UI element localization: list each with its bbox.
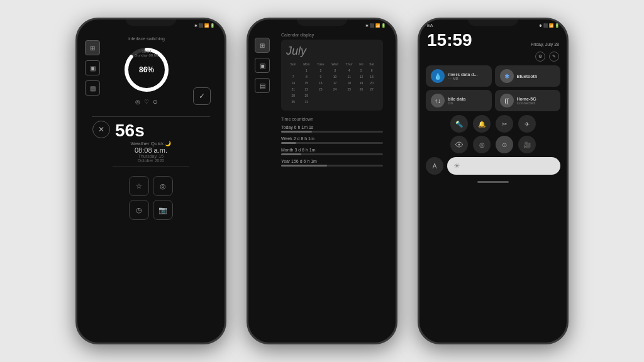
phone2-icon-layout[interactable]: ▣	[255, 58, 270, 73]
phone3-airplane-btn[interactable]: ✈	[518, 115, 536, 133]
p2-cell	[367, 93, 377, 98]
p2-col-mon: Mon	[300, 62, 313, 67]
phone-3: EA ✱ ⬛ 📶 🔋 15:59 Friday, July 28 ⚙ ✎ 💧 r…	[418, 18, 569, 344]
phone1-bottom: ✕ 56s Weather Quick 🌙 08:08 a.m. Thursda…	[77, 121, 225, 228]
phone3-data-btn[interactable]: ↑↓ bile data On	[426, 90, 492, 111]
signal-icon: ⬛	[199, 23, 203, 28]
phone2-top: ⊞ ▣ ▤ Calendar display July Sun Mon Tues	[248, 29, 396, 178]
phone1-icon-page[interactable]: ▤	[85, 80, 100, 96]
phone2-icon-col: ⊞ ▣ ▤	[255, 38, 270, 174]
phone2-countdown-month: Month 3 d 6 h 1m	[281, 148, 383, 155]
p2-cell: 12	[357, 74, 366, 79]
phone1-check-btn[interactable]: ✓	[193, 87, 211, 105]
p2-cell selected: 27	[367, 87, 377, 92]
p2-cell	[357, 99, 366, 104]
phone1-status-icons: ✱ ⬛ 📶 🔋	[194, 23, 214, 28]
phone3-video-btn[interactable]: 🎥	[518, 136, 536, 153]
phone1-btn-grid: ☆ ◎ ◷ 📷	[129, 176, 173, 220]
p2-cell: 15	[300, 80, 313, 85]
p2-cell: 13	[367, 74, 377, 79]
p2-cell: 21	[287, 87, 299, 92]
phone1-top: ⊞ ▣ ▤ interface switching 18:14Sunday 08…	[77, 29, 225, 112]
p2-cal-row2: 7 8 9 10 11 12 13	[287, 74, 377, 79]
phone2-countdown-today: Today 6 h 1m 1s	[281, 125, 383, 133]
p2-cell	[367, 99, 377, 104]
phone2-countdown-year: Year 156 d 6 h 1m	[281, 159, 383, 167]
p2-cell: 23	[314, 87, 327, 92]
phone-1: ✱ ⬛ 📶 🔋 ⊞ ▣ ▤ interface switching 18:14S…	[75, 18, 226, 344]
p3-signal-icon: ⬛	[543, 23, 548, 28]
phone3-status-icons: ✱ ⬛ 📶 🔋	[539, 23, 559, 28]
phone1-btn-target[interactable]: ◎	[153, 176, 173, 196]
p2-week-label: Week 2 d 8 h 1m	[281, 136, 383, 141]
phone3-water-btn[interactable]: 💧 rivers data d... — MB	[426, 65, 492, 87]
wifi-icon: 📶	[204, 23, 209, 28]
p2-cell: 10	[329, 74, 341, 79]
phone2-cal-table: Sun Mon Tues Wed Thur Fri Sat	[286, 60, 378, 106]
p2-bt-icon: ✱	[365, 23, 369, 28]
p2-wifi-icon: 📶	[375, 23, 380, 28]
p3-battery-icon: 🔋	[555, 23, 559, 28]
phone1-mini-icon2: ♡	[144, 99, 149, 105]
phone3-bottom: A ☀	[419, 153, 567, 178]
p2-week-bar-fill	[281, 142, 296, 144]
p2-cell	[329, 93, 341, 98]
phone1-icon-layout[interactable]: ▣	[85, 60, 100, 75]
phone1-btn-clock[interactable]: ◷	[129, 200, 149, 220]
phone3-torch-btn[interactable]: 🔦	[450, 115, 468, 133]
p2-cell today: 28	[287, 93, 299, 98]
phone3-data-title: bile data	[448, 97, 465, 101]
phone3-brightness-bar[interactable]: ☀	[447, 157, 560, 175]
phone2-icon-grid[interactable]: ⊞	[255, 38, 270, 53]
phone3-bell-btn[interactable]: 🔔	[473, 115, 491, 133]
p2-cell: 1	[300, 68, 313, 73]
phone3-data-icon: ↑↓	[431, 94, 445, 107]
p2-month-label: Month 3 d 6 h 1m	[281, 148, 383, 152]
phone1-btn-star[interactable]: ☆	[129, 176, 149, 196]
p2-col-tue: Tues	[314, 62, 327, 67]
phone2-cal-label: Calendar display	[281, 33, 383, 37]
phone1-mini-icon1: ◎	[135, 99, 140, 105]
phone3-a-btn[interactable]: A	[426, 157, 443, 175]
p2-cell: 17	[329, 80, 341, 85]
p2-today-label: Today 6 h 1m 1s	[281, 125, 383, 129]
p2-col-sat: Sat	[367, 62, 377, 67]
p2-cell: 25	[343, 87, 356, 92]
p2-cell: 8	[300, 74, 313, 79]
phone2-icon-page[interactable]: ▤	[255, 78, 270, 93]
phone3-bt-title: Bluetooth	[517, 74, 538, 79]
p2-cell: 14	[287, 80, 299, 85]
p2-cell	[314, 93, 327, 98]
phone3-bt-btn[interactable]: ✱ Bluetooth	[495, 65, 561, 87]
phone3-water-text: rivers data d... — MB	[448, 72, 477, 80]
phone3-scissors-btn[interactable]: ✂	[496, 115, 513, 133]
p2-cell: 2	[314, 68, 327, 73]
phone3-date: Friday, July 28	[531, 42, 559, 47]
phone3-data-text: bile data On	[448, 97, 465, 105]
phone3-bt-icon: ✱	[500, 69, 514, 83]
p2-col-sun: Sun	[287, 62, 299, 67]
phone1-icon-grid[interactable]: ⊞	[85, 40, 100, 55]
phone3-edit-icon[interactable]: ✎	[549, 52, 559, 62]
p3-wifi-icon: 📶	[549, 23, 553, 28]
phone3-location-btn[interactable]: ◎	[473, 136, 491, 153]
phone1-status-bar: ✱ ⬛ 📶 🔋	[77, 19, 225, 29]
p2-year-bar-bg	[281, 165, 383, 167]
p2-cell: 5	[357, 68, 366, 73]
phone1-btn-camera[interactable]: 📷	[153, 200, 173, 220]
p2-cell: 3	[329, 68, 341, 73]
phone3-wifi-text: Home-5G Connected	[517, 97, 536, 105]
phone3-time-row: 15:59 Friday, July 28	[419, 29, 567, 53]
phone3-settings-icon[interactable]: ⚙	[535, 52, 545, 62]
phone1-weather-time: 08:08 a.m.	[135, 146, 167, 154]
p2-cell: 11	[343, 74, 356, 79]
p2-col-thu: Thur	[343, 62, 356, 67]
phone3-record-btn[interactable]: ⊙	[496, 136, 513, 153]
phone1-time-small: 18:14Sunday 08:08	[135, 50, 158, 57]
phone3-wifi-btn[interactable]: (( Home-5G Connected	[495, 90, 561, 111]
p2-cell: 35	[287, 99, 299, 104]
p2-cal-row6: 35 31	[287, 99, 377, 104]
phone1-close-btn[interactable]: ✕	[92, 121, 110, 138]
p2-month-bar-bg	[281, 153, 383, 155]
phone3-eye-btn[interactable]	[450, 136, 468, 153]
